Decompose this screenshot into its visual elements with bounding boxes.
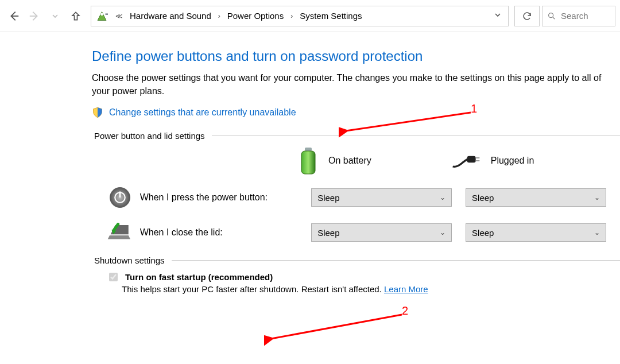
forward-button[interactable] xyxy=(25,7,44,25)
svg-rect-10 xyxy=(119,192,121,198)
svg-rect-7 xyxy=(475,161,479,162)
search-placeholder: Search xyxy=(561,11,588,21)
svg-rect-1 xyxy=(106,13,108,14)
close-lid-icon xyxy=(100,222,140,243)
svg-rect-3 xyxy=(305,148,312,151)
breadcrumb-item-hardware[interactable]: Hardware and Sound xyxy=(127,10,214,22)
breadcrumb-dropdown[interactable] xyxy=(491,11,505,20)
group-header-shutdown: Shutdown settings xyxy=(94,255,620,265)
fast-startup-setting: Turn on fast startup (recommended) This … xyxy=(107,271,620,294)
control-panel-icon xyxy=(95,8,111,24)
column-plugged-in: Plugged in xyxy=(452,152,534,169)
chevron-right-icon: › xyxy=(217,12,222,20)
power-button-icon xyxy=(100,185,140,210)
chevron-down-icon: ⌄ xyxy=(440,229,445,237)
annotation-number-2: 2 xyxy=(402,304,408,317)
chevron-down-icon: ⌄ xyxy=(594,229,600,237)
group-header-power-buttons: Power button and lid settings xyxy=(94,131,620,141)
main-content: Define power buttons and turn on passwor… xyxy=(0,32,620,294)
svg-line-12 xyxy=(271,315,402,339)
fast-startup-label: Turn on fast startup (recommended) xyxy=(125,272,273,282)
svg-rect-5 xyxy=(467,156,475,163)
power-button-label: When I press the power button: xyxy=(140,192,312,203)
breadcrumb-item-system[interactable]: System Settings xyxy=(297,10,364,22)
toolbar: ≪ Hardware and Sound › Power Options › S… xyxy=(0,0,620,32)
up-button[interactable] xyxy=(67,7,85,25)
group-header-label: Power button and lid settings xyxy=(94,131,205,141)
row-power-button: When I press the power button: Sleep ⌄ S… xyxy=(92,185,620,210)
group-header-label: Shutdown settings xyxy=(94,255,165,265)
chevron-right-icon: › xyxy=(289,12,294,20)
page-description: Choose the power settings that you want … xyxy=(92,71,620,98)
column-on-battery: On battery xyxy=(299,146,371,175)
recent-dropdown[interactable] xyxy=(46,7,64,25)
search-box[interactable]: Search xyxy=(542,6,615,26)
refresh-button[interactable] xyxy=(514,6,540,26)
close-lid-battery-select[interactable]: Sleep ⌄ xyxy=(311,223,452,242)
fast-startup-description: This helps start your PC faster after sh… xyxy=(122,284,384,294)
page-title: Define power buttons and turn on passwor… xyxy=(92,48,620,64)
power-button-battery-select[interactable]: Sleep ⌄ xyxy=(311,188,452,207)
breadcrumb[interactable]: ≪ Hardware and Sound › Power Options › S… xyxy=(91,6,509,26)
power-button-plugged-select[interactable]: Sleep ⌄ xyxy=(466,188,606,207)
column-plugged-label: Plugged in xyxy=(491,156,534,166)
search-icon xyxy=(547,11,556,21)
svg-rect-6 xyxy=(475,158,479,159)
change-settings-row: Change settings that are currently unava… xyxy=(92,107,620,118)
close-lid-plugged-select[interactable]: Sleep ⌄ xyxy=(466,223,606,242)
plug-icon xyxy=(452,152,480,169)
learn-more-link[interactable]: Learn More xyxy=(384,284,428,294)
svg-rect-4 xyxy=(301,151,315,174)
annotation-number-1: 1 xyxy=(471,102,477,115)
column-headers: On battery Plugged in xyxy=(299,146,620,175)
chevron-down-icon: ⌄ xyxy=(440,193,445,202)
chevron-left-icon[interactable]: ≪ xyxy=(114,12,124,20)
battery-icon xyxy=(299,146,318,175)
fast-startup-checkbox[interactable] xyxy=(109,273,118,281)
shield-icon xyxy=(92,107,103,118)
breadcrumb-item-power[interactable]: Power Options xyxy=(225,10,286,22)
svg-point-0 xyxy=(100,13,103,16)
change-settings-link[interactable]: Change settings that are currently unava… xyxy=(109,107,296,118)
row-close-lid: When I close the lid: Sleep ⌄ Sleep ⌄ xyxy=(92,222,620,243)
svg-point-2 xyxy=(549,13,553,17)
column-battery-label: On battery xyxy=(328,156,371,166)
chevron-down-icon: ⌄ xyxy=(594,193,600,202)
annotation-arrow-2 xyxy=(264,311,413,346)
back-button[interactable] xyxy=(5,7,23,25)
close-lid-label: When I close the lid: xyxy=(140,227,312,238)
